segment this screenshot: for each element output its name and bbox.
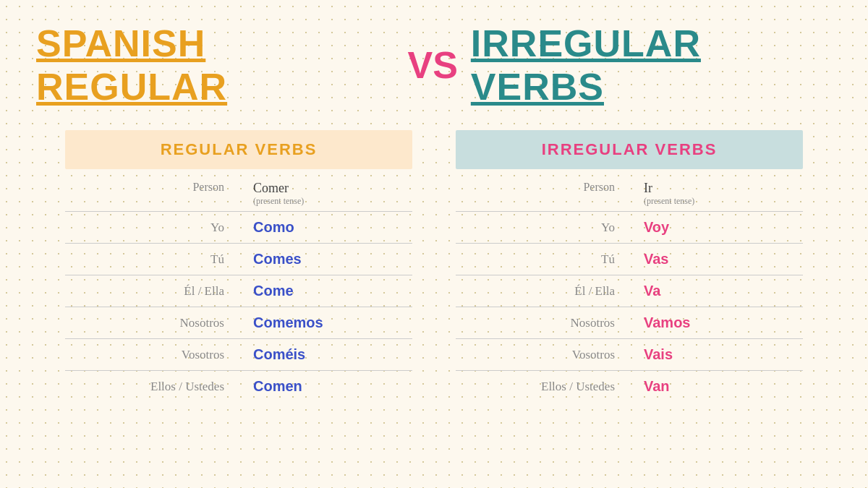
irregular-person-cell: Ellos / Ustedes — [456, 380, 629, 394]
regular-verb-cell: Comes — [239, 251, 412, 267]
regular-table-row: Yo Como — [65, 215, 412, 240]
irregular-person-cell: Vosotros — [456, 348, 629, 362]
irregular-table-row: Ellos / Ustedes Van — [456, 374, 803, 399]
irregular-verb-cell: Voy — [629, 219, 803, 236]
title-regular: SPANISH REGULAR — [36, 22, 394, 108]
irregular-person-cell: Él / Ella — [456, 284, 629, 299]
regular-verb-cell: Como — [239, 219, 412, 236]
regular-person-cell: Yo — [65, 221, 239, 235]
regular-verb-cell: Comen — [239, 378, 412, 395]
regular-table-row: Tú Comes — [65, 247, 412, 272]
irregular-person-cell: Tú — [456, 252, 629, 267]
tables-container: REGULAR VERBS Person Comer (present tens… — [36, 130, 832, 399]
regular-verb-tense: (present tense) — [253, 196, 412, 207]
title-irregular: IRREGULAR VERBS — [471, 22, 832, 108]
irregular-table-row: Vosotros Vais — [456, 342, 803, 367]
irregular-table-header: Person Ir (present tense) — [456, 181, 803, 212]
regular-table-row: Ellos / Ustedes Comen — [65, 374, 412, 399]
regular-verb-cell: Comemos — [239, 314, 412, 331]
regular-rows: Yo Como Tú Comes Él / Ella Come Nosotros… — [65, 215, 412, 399]
regular-verb-cell: Coméis — [239, 346, 412, 363]
irregular-verb-name: Ir — [644, 181, 803, 196]
irregular-rows: Yo Voy Tú Vas Él / Ella Va Nosotros Vamo… — [456, 215, 803, 399]
irregular-person-col-header: Person — [456, 181, 629, 207]
irregular-section: IRREGULAR VERBS Person Ir (present tense… — [456, 130, 803, 399]
regular-section: REGULAR VERBS Person Comer (present tens… — [65, 130, 412, 399]
regular-person-cell: Tú — [65, 252, 239, 267]
irregular-person-cell: Nosotros — [456, 316, 629, 330]
regular-verb-col-header: Comer (present tense) — [239, 181, 412, 207]
irregular-table: Person Ir (present tense) Yo Voy Tú Vas … — [456, 181, 803, 399]
regular-header: REGULAR VERBS — [65, 130, 412, 169]
regular-person-cell: Vosotros — [65, 348, 239, 362]
irregular-verb-col-header: Ir (present tense) — [629, 181, 803, 207]
irregular-verb-tense: (present tense) — [644, 196, 803, 207]
irregular-table-row: Él / Ella Va — [456, 278, 803, 304]
regular-table-row: Él / Ella Come — [65, 278, 412, 304]
irregular-verb-cell: Vais — [629, 346, 803, 363]
irregular-table-row: Yo Voy — [456, 215, 803, 240]
regular-table-header: Person Comer (present tense) — [65, 181, 412, 212]
page-title: SPANISH REGULAR VS IRREGULAR VERBS — [36, 22, 832, 108]
regular-table-row: Vosotros Coméis — [65, 342, 412, 367]
irregular-verb-cell: Vamos — [629, 314, 803, 331]
irregular-verb-cell: Vas — [629, 251, 803, 267]
irregular-table-row: Nosotros Vamos — [456, 310, 803, 335]
irregular-verb-cell: Van — [629, 378, 803, 395]
irregular-header: IRREGULAR VERBS — [456, 130, 803, 169]
regular-person-col-header: Person — [65, 181, 239, 207]
irregular-verb-cell: Va — [629, 283, 803, 299]
title-vs: VS — [407, 43, 457, 87]
regular-verb-cell: Come — [239, 283, 412, 299]
irregular-person-cell: Yo — [456, 221, 629, 235]
regular-person-cell: Nosotros — [65, 316, 239, 330]
irregular-table-row: Tú Vas — [456, 247, 803, 272]
regular-person-cell: Él / Ella — [65, 284, 239, 299]
regular-table: Person Comer (present tense) Yo Como Tú … — [65, 181, 412, 399]
regular-table-row: Nosotros Comemos — [65, 310, 412, 335]
regular-verb-name: Comer — [253, 181, 412, 196]
regular-person-cell: Ellos / Ustedes — [65, 380, 239, 394]
